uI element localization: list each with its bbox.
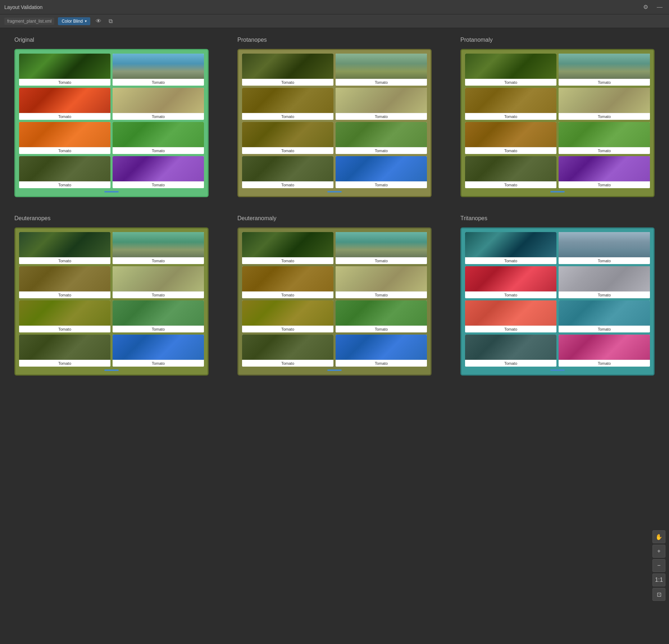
- image-twig-tritanopes: [559, 266, 650, 291]
- fit-button[interactable]: ⊡: [652, 588, 665, 601]
- section-title-deuteranopes: Deuteranopes: [14, 215, 209, 222]
- image-row-3: Tomato Tomato: [19, 122, 204, 154]
- image-card: Tomato: [465, 232, 556, 264]
- scroll-indicator: [327, 191, 342, 192]
- image-label: Tomato: [336, 113, 427, 120]
- section-deuteranopes: Deuteranopes Tomato Tomato Tomato: [14, 215, 209, 376]
- image-flower-deuteranomaly: [242, 300, 333, 326]
- zoom-out-button[interactable]: −: [652, 559, 665, 572]
- image-label: Tomato: [559, 291, 650, 298]
- panel-protanomaly: Tomato Tomato Tomato Tomato: [460, 49, 655, 197]
- image-card: Tomato: [336, 88, 427, 120]
- image-card: Tomato: [113, 300, 204, 332]
- image-card: Tomato: [465, 300, 556, 332]
- image-label: Tomato: [113, 181, 204, 188]
- image-card: Tomato: [113, 335, 204, 367]
- image-card: Tomato: [242, 266, 333, 298]
- image-aerial-deuteranopes: [113, 300, 204, 326]
- settings-button[interactable]: ⚙: [641, 2, 650, 12]
- image-row-4: Tomato Tomato: [242, 156, 427, 188]
- section-protanomaly: Protanomaly Tomato Tomato Tomato: [460, 37, 655, 197]
- image-card: Tomato: [336, 300, 427, 332]
- image-row-2: Tomato Tomato: [465, 88, 650, 120]
- image-row-4: Tomato Tomato: [242, 335, 427, 367]
- panel-protanopes: Tomato Tomato Tomato Tomato: [237, 49, 432, 197]
- panel-tritanopes: Tomato Tomato Tomato Tomato: [460, 227, 655, 376]
- image-card: Tomato: [242, 156, 333, 188]
- image-card: Tomato: [113, 88, 204, 120]
- image-label: Tomato: [19, 360, 110, 367]
- toolbar: fragment_plant_list.xml Color Blind ▾ 👁 …: [0, 14, 669, 28]
- image-card: Tomato: [19, 335, 110, 367]
- image-purple-protanomaly: [559, 156, 650, 181]
- image-row-1: Tomato Tomato: [242, 54, 427, 86]
- image-label: Tomato: [19, 257, 110, 264]
- image-grid-original: [19, 156, 110, 181]
- image-leaves-deuteranomaly: [242, 266, 333, 291]
- image-butterfly-protanomaly: [465, 54, 556, 79]
- image-twig-protanomaly: [559, 88, 650, 113]
- image-row-1: Tomato Tomato: [242, 232, 427, 264]
- image-purple-original: [113, 156, 204, 181]
- section-original: Original Tomato Tomato Tomato: [14, 37, 209, 197]
- image-label: Tomato: [113, 113, 204, 120]
- image-label: Tomato: [336, 79, 427, 86]
- section-title-deuteranomaly: Deuteranomaly: [237, 215, 432, 222]
- image-card: Tomato: [19, 232, 110, 264]
- image-label: Tomato: [559, 257, 650, 264]
- image-row-4: Tomato Tomato: [19, 335, 204, 367]
- image-aerial-original: [113, 122, 204, 147]
- mode-label: Color Blind: [62, 19, 83, 24]
- image-card: Tomato: [559, 122, 650, 154]
- image-leaves-original: [19, 88, 110, 113]
- hand-tool-button[interactable]: ✋: [652, 530, 665, 543]
- file-label: fragment_plant_list.xml: [4, 18, 54, 25]
- image-label: Tomato: [465, 79, 556, 86]
- title-bar-right: ⚙ —: [641, 2, 665, 12]
- image-card: Tomato: [19, 122, 110, 154]
- image-card: Tomato: [559, 335, 650, 367]
- image-card: Tomato: [242, 54, 333, 86]
- image-card: Tomato: [465, 266, 556, 298]
- copy-icon-button[interactable]: ⧉: [107, 17, 114, 25]
- image-leaves-deuteranopes: [19, 266, 110, 291]
- image-flower-tritanopes: [465, 300, 556, 326]
- image-aerial-protanomaly: [559, 122, 650, 147]
- image-card: Tomato: [242, 335, 333, 367]
- zoom-in-button[interactable]: +: [652, 545, 665, 558]
- image-card: Tomato: [19, 54, 110, 86]
- view-icon-button[interactable]: 👁: [94, 17, 103, 25]
- image-ocean-deuteranopes: [113, 335, 204, 360]
- image-label: Tomato: [19, 291, 110, 298]
- image-card: Tomato: [559, 232, 650, 264]
- image-twig-protanopes: [336, 88, 427, 113]
- panel-deuteranopes: Tomato Tomato Tomato Tomato: [14, 227, 209, 376]
- image-card: Tomato: [465, 88, 556, 120]
- image-card: Tomato: [19, 156, 110, 188]
- image-label: Tomato: [336, 360, 427, 367]
- scroll-indicator: [104, 369, 119, 371]
- image-butterfly-tritanopes: [465, 232, 556, 257]
- image-label: Tomato: [242, 79, 333, 86]
- image-aerial-protanopes: [336, 122, 427, 147]
- image-card: Tomato: [336, 156, 427, 188]
- image-label: Tomato: [242, 113, 333, 120]
- image-label: Tomato: [19, 113, 110, 120]
- image-row-2: Tomato Tomato: [19, 266, 204, 298]
- image-card: Tomato: [113, 54, 204, 86]
- minimize-button[interactable]: —: [655, 3, 665, 12]
- image-flower-deuteranopes: [19, 300, 110, 326]
- image-leaves-protanomaly: [465, 88, 556, 113]
- image-label: Tomato: [336, 181, 427, 188]
- image-card: Tomato: [113, 122, 204, 154]
- ratio-button[interactable]: 1:1: [652, 573, 665, 586]
- image-card: Tomato: [465, 156, 556, 188]
- image-card: Tomato: [113, 266, 204, 298]
- image-label: Tomato: [465, 147, 556, 154]
- image-row-1: Tomato Tomato: [465, 232, 650, 264]
- image-label: Tomato: [242, 257, 333, 264]
- image-row-3: Tomato Tomato: [465, 122, 650, 154]
- image-label: Tomato: [559, 360, 650, 367]
- color-blind-dropdown[interactable]: Color Blind ▾: [58, 17, 90, 25]
- image-label: Tomato: [113, 79, 204, 86]
